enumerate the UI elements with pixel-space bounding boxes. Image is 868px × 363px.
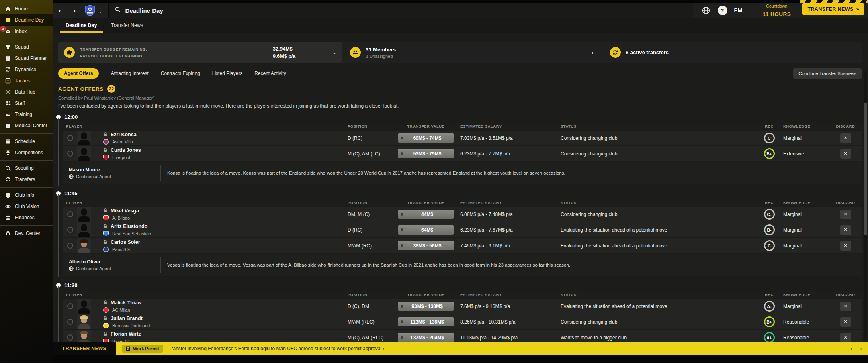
chevron-right-icon[interactable]: › (592, 49, 594, 56)
budget-panel[interactable]: TRANSFER BUDGET REMAINING: PAYROLL BUDGE… (58, 42, 342, 63)
player-row[interactable]: Curtis Jones Liverpool M (C), AM (LC) 53… (63, 146, 862, 161)
sidebar-item-data-hub[interactable]: Data Hub (0, 86, 53, 98)
filter-row: Agent OffersAttracting InterestContracts… (58, 68, 862, 79)
sidebar-divider (0, 39, 53, 39)
finance-icon (5, 214, 11, 221)
filter-pill-contracts-expiring[interactable]: Contracts Expiring (161, 71, 200, 76)
discard-button[interactable]: ✕ (840, 225, 851, 235)
filter-pill-agent-offers[interactable]: Agent Offers (58, 68, 99, 79)
transfer-value-pill[interactable]: 38M$ - 56M$ (398, 241, 454, 250)
discard-button[interactable]: ✕ (840, 302, 851, 311)
conclude-transfer-business-button[interactable]: Conclude Transfer Business (793, 68, 862, 79)
scrollbar-thumb[interactable] (864, 103, 867, 235)
sidebar-item-dynamics[interactable]: Dynamics (0, 64, 53, 75)
transfer-budget-label: TRANSFER BUDGET REMAINING: (80, 47, 268, 51)
medical-icon (5, 122, 11, 129)
sidebar-item-club-info[interactable]: Club Info (0, 190, 53, 201)
sidebar-item-scouting[interactable]: Scouting (0, 163, 53, 174)
sidebar-item-squad-planner[interactable]: Squad Planner (0, 53, 53, 64)
transfer-value-pill[interactable]: 64M$ (398, 225, 454, 235)
discard-button[interactable]: ✕ (840, 241, 851, 251)
discard-button[interactable]: ✕ (840, 210, 851, 219)
player-row[interactable]: Aritz Elustondo Real San Sebastián D (RC… (63, 222, 862, 237)
back-button[interactable]: ‹ (53, 7, 67, 14)
search-icon (5, 165, 11, 171)
filter-pill-recent-activity[interactable]: Recent Activity (254, 71, 286, 76)
members-panel[interactable]: 31 Members 8 Unassigned › (342, 47, 602, 59)
sidebar-item-medical-center[interactable]: Medical Center (0, 120, 53, 131)
player-row[interactable]: Ezri Konsa Aston Villa D (RC) 60M$ - 74M… (63, 131, 862, 145)
transfer-value-pill[interactable]: 53M$ - 79M$ (398, 149, 454, 158)
player-row[interactable]: Carlos Soler Paris SG M/AM (RC) 38M$ - 5… (63, 238, 862, 253)
work-permit-badge: Work Permit (122, 345, 163, 353)
radio-select[interactable] (67, 135, 73, 141)
transfer-value-pill[interactable]: 137M$ - 204M$ (398, 333, 454, 342)
status-text: Considering changing club (561, 135, 755, 141)
sidebar-item-deadline-day[interactable]: Deadline Day (0, 14, 53, 26)
radio-select[interactable] (67, 319, 73, 325)
sidebar-item-training[interactable]: Training (0, 109, 53, 120)
player-name: Malick Thiaw (111, 300, 141, 306)
countdown-value: 11 HOURS (753, 11, 800, 17)
search-bar[interactable]: Deadline Day (108, 3, 693, 18)
radio-select[interactable] (67, 211, 73, 217)
player-row[interactable]: Julian Brandt Borussia Dortmund M/AM (RL… (63, 314, 862, 329)
sidebar-item-label: Medical Center (15, 123, 47, 128)
sidebar-item-staff[interactable]: Staff (0, 98, 53, 109)
player-photo (77, 330, 91, 342)
sidebar-item-label: Deadline Day (15, 17, 44, 23)
chevron-down-icon[interactable]: ⌄ (332, 50, 336, 55)
scrollbar[interactable] (864, 71, 867, 339)
active-transfers-panel[interactable]: 8 active transfers (602, 47, 862, 58)
player-row[interactable]: Florian Wirtz Bayer 04 M (C), AM (RLC) 1… (63, 330, 862, 342)
sidebar-item-club-vision[interactable]: Club Vision (0, 201, 53, 212)
sidebar-item-inbox[interactable]: 4Inbox (0, 26, 53, 37)
sidebar-item-tactics[interactable]: Tactics (0, 75, 53, 86)
transfer-value-pill[interactable]: 93M$ - 138M$ (398, 302, 454, 311)
sidebar-item-home[interactable]: Home (0, 3, 53, 14)
radio-select[interactable] (67, 334, 73, 341)
radio-select[interactable] (67, 303, 73, 309)
transfer-value-pill[interactable]: 113M$ - 136M$ (398, 317, 454, 326)
transfer-value-pill[interactable]: 60M$ - 74M$ (398, 133, 454, 143)
ticker-prev-icon[interactable]: ‹ (850, 345, 852, 352)
filter-pill-attracting-interest[interactable]: Attracting Interest (111, 71, 149, 76)
player-row[interactable]: Mikel Vesga A. Bilbao DM, M (C) 44M$ 6.0… (63, 207, 862, 222)
sidebar-item-competitions[interactable]: Competitions (0, 147, 53, 158)
team-switcher-chevrons[interactable]: ⌃⌄ (99, 8, 102, 13)
sidebar-item-dev-center[interactable]: Dev. Center (0, 228, 53, 239)
staff-icon (5, 100, 11, 106)
player-row[interactable]: Malick Thiaw AC Milan D (C), DM 93M$ - 1… (63, 299, 862, 314)
discard-button[interactable]: ✕ (840, 317, 851, 327)
world-icon[interactable] (701, 6, 711, 15)
club-crest-icon[interactable] (85, 5, 95, 16)
sidebar-item-squad[interactable]: Squad (0, 41, 53, 53)
ticker-bar[interactable]: Work Permit Transfer involving Fenerbahç… (116, 342, 868, 355)
discard-button[interactable]: ✕ (840, 149, 851, 159)
sidebar-item-label: Tactics (15, 78, 30, 84)
radio-select[interactable] (67, 243, 73, 249)
help-icon[interactable]: ? (718, 6, 727, 15)
divider (160, 165, 161, 181)
ticker-next-icon[interactable]: › (860, 345, 862, 352)
tab-deadline-day[interactable]: Deadline Day (60, 18, 103, 33)
ticker-headline[interactable]: Transfer involving Fenerbahçe's Ferdi Ka… (169, 346, 385, 351)
radio-select[interactable] (67, 227, 73, 233)
filter-pill-listed-players[interactable]: Listed Players (212, 71, 242, 76)
discard-button[interactable]: ✕ (840, 333, 851, 342)
sidebar-item-label: Data Hub (15, 89, 35, 95)
radio-select[interactable] (67, 151, 73, 157)
sidebar-item-finances[interactable]: Finances (0, 212, 53, 223)
fm-logo: FM (734, 7, 743, 14)
eye-icon (5, 203, 11, 210)
discard-button[interactable]: ✕ (840, 133, 851, 143)
forward-button[interactable]: › (67, 7, 82, 14)
transfer-news-button[interactable]: TRANSFER NEWS » (802, 3, 864, 15)
sidebar-item-transfers[interactable]: Transfers (0, 174, 53, 185)
transfer-value-pill[interactable]: 44M$ (398, 210, 454, 219)
agent-note-text: Konsa is floating the idea of a move. Ko… (167, 171, 856, 175)
tab-transfer-news[interactable]: Transfer News (105, 18, 149, 33)
timeline-dot (56, 115, 61, 119)
sidebar-item-schedule[interactable]: Schedule (0, 136, 53, 147)
estimated-salary: 11.13M$ p/a - 14.29M$ p/a (460, 335, 561, 341)
